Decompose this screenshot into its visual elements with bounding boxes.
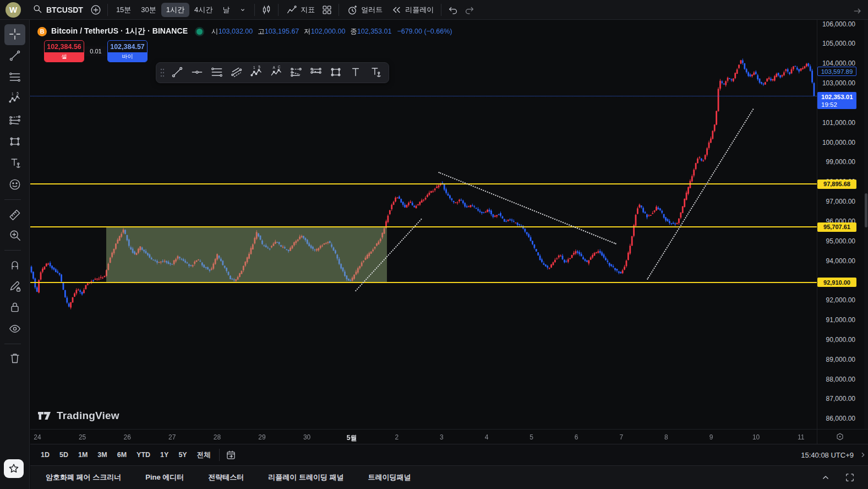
text-tool-button[interactable] xyxy=(346,64,365,82)
anchored-text-icon xyxy=(368,65,383,81)
rectangle-tool-button[interactable] xyxy=(326,64,346,82)
ohlc-key: 고 xyxy=(258,28,265,35)
chevron-up-icon xyxy=(820,472,831,483)
time-axis[interactable]: 242526272829305월234567891011 xyxy=(30,429,817,444)
hide-all-drawings-tool-button[interactable] xyxy=(4,319,25,340)
elliott-impulse-wave-tool-button[interactable]: 15 xyxy=(247,64,266,82)
range-button-YTD[interactable]: YTD xyxy=(132,448,155,462)
drag-handle-icon[interactable] xyxy=(157,67,167,79)
candlestick-canvas[interactable] xyxy=(30,20,817,429)
horizontal-level-line[interactable] xyxy=(30,183,817,184)
elliott-wave-tool-button[interactable]: 15 xyxy=(4,89,25,110)
interval-dropdown-button[interactable] xyxy=(234,2,251,18)
trend-line-tool-button[interactable] xyxy=(167,64,187,82)
ruler-icon xyxy=(8,207,22,222)
timezone-clock[interactable]: 15:40:08 UTC+9 xyxy=(801,451,854,459)
redo-button[interactable] xyxy=(461,2,478,18)
anchored-text-tool-button[interactable] xyxy=(365,64,385,82)
time-tick-label: 26 xyxy=(124,433,131,441)
alert-button[interactable]: 얼러트 xyxy=(342,2,386,18)
replay-button[interactable]: 리플레이 xyxy=(386,2,438,18)
hexagon-settings-icon xyxy=(835,432,845,442)
sell-button[interactable]: 102,384.56 셀 xyxy=(44,40,84,62)
magnet-icon xyxy=(8,257,22,273)
panel-expand-button[interactable] xyxy=(817,470,834,485)
pane-expander-button[interactable] xyxy=(859,450,867,462)
price-axis[interactable]: 106,000.00105,000.00104,000.00103,000.00… xyxy=(817,20,864,429)
price-tick-label: 105,000.00 xyxy=(822,40,855,47)
symbol-title[interactable]: Bitcoin / TetherUS · 1시간 · BINANCE xyxy=(51,26,188,36)
left-drawing-toolbar: 15 xyxy=(0,20,30,489)
range-button-전체[interactable]: 전체 xyxy=(192,448,216,462)
pattern-lines-tool-button[interactable] xyxy=(306,64,326,82)
range-button-5D[interactable]: 5D xyxy=(54,448,73,462)
bottom-tab[interactable]: 암호화폐 페어 스크리너 xyxy=(38,469,129,486)
market-status-dot[interactable] xyxy=(196,29,203,35)
crosshair-tool-button[interactable] xyxy=(4,24,25,45)
interval-button-4시간[interactable]: 4시간 xyxy=(189,3,217,17)
scrollbar[interactable] xyxy=(864,20,868,429)
anchored-text-tool-button[interactable] xyxy=(4,153,25,174)
lock-all-drawings-tool-button[interactable] xyxy=(4,297,25,318)
interval-button-15분[interactable]: 15분 xyxy=(111,3,136,17)
trend-line-tool-button[interactable] xyxy=(4,46,25,67)
magnet-tool-button[interactable] xyxy=(4,254,25,275)
user-avatar[interactable]: W xyxy=(6,2,21,18)
toolbar-arrow-button[interactable] xyxy=(849,3,866,19)
chart-plot[interactable]: B Bitcoin / TetherUS · 1시간 · BINANCE 시10… xyxy=(30,20,817,429)
xabcd-pattern-tool-button[interactable] xyxy=(4,110,25,131)
fib-retracement-icon xyxy=(210,65,224,81)
time-tick-label: 2 xyxy=(395,433,398,441)
top-toolbar: W BTCUSDT 15분30분1시간4시간날 지표 얼 xyxy=(0,0,868,20)
indicators-button[interactable]: 지표 xyxy=(282,2,319,18)
symbol-search-button[interactable]: BTCUSDT xyxy=(28,2,88,18)
price-scale-settings-button[interactable] xyxy=(832,429,848,444)
rectangle-drawing[interactable] xyxy=(106,227,387,282)
tradingview-logo[interactable]: TradingView xyxy=(37,409,119,422)
bottom-tab[interactable]: Pine 에디터 xyxy=(138,469,192,486)
range-button-5Y[interactable]: 5Y xyxy=(173,448,192,462)
favorites-star-button[interactable] xyxy=(4,459,24,478)
bottom-tab[interactable]: 전략테스터 xyxy=(200,469,252,486)
fib-retracement-tool-button[interactable] xyxy=(4,67,25,88)
rectangle-tool-button[interactable] xyxy=(4,132,25,153)
interval-group: 15분30분1시간4시간날 xyxy=(111,0,234,19)
undo-button[interactable] xyxy=(445,2,461,18)
toolbar-divider xyxy=(339,4,339,16)
ruler-tool-button[interactable] xyxy=(4,204,25,225)
price-tick-label: 87,000.00 xyxy=(826,395,855,403)
pattern-dotted-tool-button[interactable] xyxy=(286,64,306,82)
horizontal-level-line[interactable] xyxy=(30,282,817,283)
interval-button-날[interactable]: 날 xyxy=(217,3,234,17)
remove-all-drawings-tool-button[interactable] xyxy=(4,348,25,369)
horizontal-line-icon xyxy=(190,65,204,81)
buy-button[interactable]: 102,384.57 바이 xyxy=(107,40,148,62)
fib-retracement-tool-button[interactable] xyxy=(207,64,227,82)
go-to-date-button[interactable] xyxy=(223,447,239,463)
bottom-tab[interactable]: 리플레이 트레이딩 패널 xyxy=(260,469,351,486)
compare-add-button[interactable] xyxy=(88,2,104,18)
range-button-1D[interactable]: 1D xyxy=(36,448,54,462)
horizontal-line-tool-button[interactable] xyxy=(187,64,207,82)
range-button-1Y[interactable]: 1Y xyxy=(155,448,173,462)
svg-text:5: 5 xyxy=(17,91,19,95)
emoji-tool-button[interactable] xyxy=(4,175,25,195)
range-button-3M[interactable]: 3M xyxy=(92,448,112,462)
ohlc-value: 102,000.00 xyxy=(311,28,346,35)
range-button-1M[interactable]: 1M xyxy=(73,448,92,462)
chart-style-button[interactable] xyxy=(258,2,275,18)
horizontal-level-line[interactable] xyxy=(30,226,817,227)
layout-grid-button[interactable] xyxy=(319,2,335,18)
zoom-in-tool-button[interactable] xyxy=(4,225,25,246)
scrollbar-thumb[interactable] xyxy=(865,193,867,227)
interval-button-1시간[interactable]: 1시간 xyxy=(161,3,189,17)
range-button-6M[interactable]: 6M xyxy=(112,448,132,462)
interval-button-30분[interactable]: 30분 xyxy=(136,3,161,17)
panel-maximize-button[interactable] xyxy=(842,470,858,485)
chevron-down-icon xyxy=(238,6,247,14)
drawing-mode-lock-tool-button[interactable] xyxy=(4,276,25,297)
parallel-channel-tool-button[interactable] xyxy=(227,64,247,82)
elliott-correction-wave-tool-button[interactable]: AC xyxy=(266,64,286,82)
sidebar-divider xyxy=(4,250,21,251)
bottom-tab[interactable]: 트레이딩패널 xyxy=(361,469,419,486)
